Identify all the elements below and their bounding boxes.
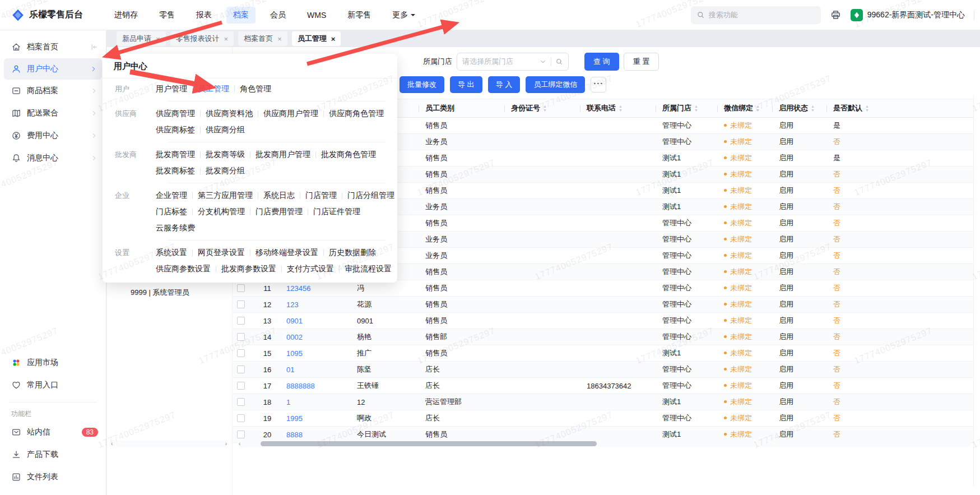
menu-item[interactable]: 门店标签 [156,203,187,220]
row-checkbox[interactable] [237,382,245,390]
cell-employee-code[interactable]: 0901 [280,317,350,325]
sidebar-item-1[interactable]: 用户中心 [4,58,102,80]
menu-item[interactable]: 批发商角色管理 [321,146,376,163]
menu-item[interactable]: 批发商用户管理 [256,146,310,163]
menu-item[interactable]: 门店证件管理 [313,203,360,220]
menu-item[interactable]: 系统设置 [156,244,187,261]
cell-employee-code[interactable]: 1995 [280,414,350,423]
global-search-input[interactable]: 搜索功能 [691,6,821,24]
store-select[interactable]: 请选择所属门店 [457,53,569,71]
tab-1[interactable]: 零售报表设计× [170,31,234,46]
sidebar-item-4[interactable]: 费用中心 [0,124,106,147]
sort-icon[interactable]: ▲▼ [619,105,623,112]
close-icon[interactable]: × [224,35,229,43]
row-checkbox[interactable] [237,317,245,325]
tab-3[interactable]: 员工管理× [292,31,341,46]
sidebar-item-0[interactable]: 站内信83 [0,421,106,443]
menu-item[interactable]: 批发商等级 [206,146,245,163]
nav-item-6[interactable]: 新零售 [341,7,378,24]
nav-item-1[interactable]: 零售 [152,7,182,24]
menu-item[interactable]: 供应商管理 [156,105,195,122]
tab-0[interactable]: 新品申请× [117,31,166,46]
horizontal-scrollbar[interactable]: ‹ [237,441,971,447]
menu-item[interactable]: 门店管理 [305,187,337,203]
sort-icon[interactable]: ▲▼ [811,105,815,112]
sidebar-item-2[interactable]: 商品档案 [0,80,106,102]
toolbar-button-2[interactable]: 导 入 [488,76,521,93]
toolbar-button-1[interactable]: 导 出 [450,76,482,93]
row-checkbox[interactable] [237,300,245,308]
scrollbar-thumb[interactable] [261,441,597,446]
menu-item[interactable]: 移动终端登录设置 [256,244,318,261]
nav-item-3[interactable]: 档案 [226,7,256,24]
menu-item[interactable]: 企业管理 [156,187,187,203]
row-checkbox[interactable] [237,398,245,406]
menu-item[interactable]: 供应商参数设置 [156,261,211,277]
toolbar-button-3[interactable]: 员工绑定微信 [526,76,585,93]
scroll-right-icon[interactable]: › [225,441,227,447]
menu-item[interactable]: 批发商管理 [156,146,195,163]
toolbar-button-0[interactable]: 批量修改 [400,76,444,93]
tab-2[interactable]: 档案首页× [238,31,287,46]
sidebar-item-0[interactable]: 应用市场 [0,351,106,374]
row-checkbox[interactable] [237,349,245,357]
menu-item[interactable]: 云服务续费 [156,220,195,236]
cell-employee-code[interactable]: 1095 [280,349,350,358]
nav-item-0[interactable]: 进销存 [108,7,145,24]
sidebar-item-1[interactable]: 产品下载 [0,443,106,466]
menu-item[interactable]: 批发商参数设置 [221,261,276,277]
sort-icon[interactable]: ▲▼ [694,105,698,112]
menu-item[interactable]: 供应商角色管理 [329,105,384,122]
menu-item[interactable]: 供应商标签 [156,122,195,138]
menu-item[interactable]: 门店费用管理 [256,203,303,220]
nav-item-5[interactable]: WMS [300,7,333,23]
nav-item-2[interactable]: 报表 [189,7,219,24]
cell-employee-code[interactable]: 8888 [280,431,350,439]
reset-button[interactable]: 重 置 [624,53,659,71]
close-icon[interactable]: × [156,35,160,43]
sort-icon[interactable]: ▲▼ [865,105,869,112]
sidebar-item-1[interactable]: 常用入口 [0,374,106,396]
close-icon[interactable]: × [277,35,282,43]
sidebar-item-0[interactable]: 档案首页 [0,36,106,58]
sidebar-item-3[interactable]: 配送聚合 [0,102,106,124]
menu-item[interactable]: 批发商分组 [206,163,245,179]
menu-item[interactable]: 历史数据删除 [329,244,376,261]
close-icon[interactable]: × [331,35,336,43]
sidebar-item-2[interactable]: 文件列表 [0,466,106,488]
menu-item[interactable]: 第三方应用管理 [198,187,253,203]
nav-item-7[interactable]: 更多 [386,7,422,24]
menu-item[interactable]: 用户管理 [156,81,187,97]
menu-item[interactable]: 供应商用户管理 [263,105,318,122]
row-checkbox[interactable] [237,284,245,292]
account-menu[interactable]: 99662-新界面测试-管理中心 [851,9,965,21]
menu-item[interactable]: 网页登录设置 [198,244,245,261]
menu-item[interactable]: 系统日志 [263,187,295,203]
nav-item-4[interactable]: 会员 [263,7,292,24]
menu-item[interactable]: 员工管理 [198,81,229,97]
panel-horizontal-scrollbar[interactable]: ‹ › [109,441,229,447]
cell-employee-code[interactable]: 1 [280,398,350,406]
query-button[interactable]: 查 询 [584,53,619,71]
menu-item[interactable]: 分支机构管理 [198,203,245,220]
more-actions-button[interactable]: ··· [591,77,606,92]
sort-icon[interactable]: ▲▼ [756,105,760,112]
vertical-scrollbar[interactable] [973,95,980,487]
menu-item[interactable]: 供应商分组 [206,122,245,138]
scroll-left-icon[interactable]: ‹ [111,441,113,447]
menu-item[interactable]: 门店分组管理 [347,187,394,203]
menu-item[interactable]: 供应商资料池 [206,105,253,122]
row-checkbox[interactable] [237,333,245,341]
sidebar-item-5[interactable]: 消息中心 [0,147,106,169]
collapse-icon[interactable] [90,43,98,51]
cell-employee-code[interactable]: 123 [280,300,350,309]
menu-item[interactable]: 批发商标签 [156,163,195,179]
cell-employee-code[interactable]: 0002 [280,333,350,341]
row-checkbox[interactable] [237,414,245,422]
printer-icon[interactable] [830,9,842,21]
store-search-icon[interactable] [555,58,563,66]
menu-item[interactable]: 角色管理 [240,81,271,97]
cell-employee-code[interactable]: 123456 [280,284,350,293]
menu-item[interactable]: 审批流程设置 [345,261,392,277]
cell-employee-code[interactable]: 8888888 [280,382,350,390]
